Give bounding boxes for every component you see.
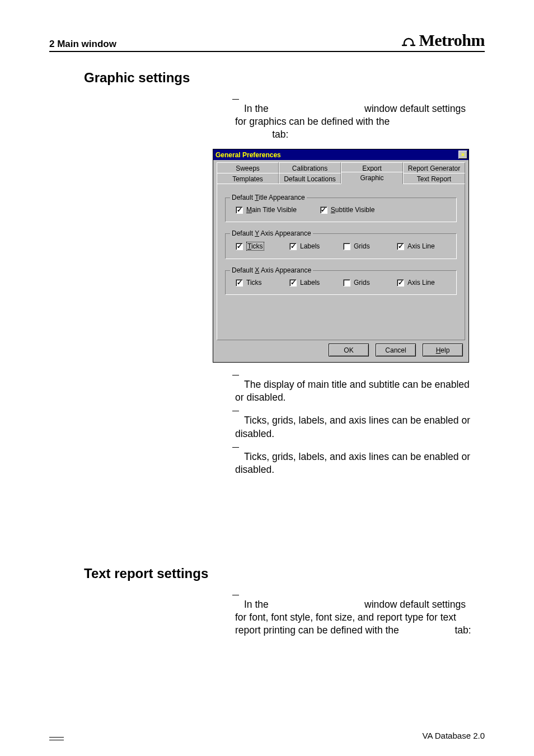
group-legend-title: Default Title Appearance: [230, 194, 307, 201]
group-y-axis-appearance: Default Y Axis Appearance Ticks Labels: [225, 233, 457, 259]
help-button[interactable]: Help: [423, 344, 463, 356]
checkbox-y-axisline[interactable]: Axis Line: [397, 242, 451, 251]
group-legend-y: Default Y Axis Appearance: [230, 229, 313, 237]
section2-title: Text report settings: [84, 566, 485, 581]
omega-icon: [401, 34, 416, 46]
checkbox-x-axisline[interactable]: Axis Line: [397, 279, 451, 287]
tab-templates[interactable]: Templates: [217, 173, 279, 184]
checkbox-icon: [289, 243, 297, 250]
section1-intro: In the General Preferences window defaul…: [235, 102, 477, 141]
tab-report-generator[interactable]: Report Generator: [403, 162, 465, 173]
cancel-button[interactable]: Cancel: [376, 344, 416, 356]
tab-default-locations[interactable]: Default Locations: [279, 173, 341, 184]
checkbox-x-labels[interactable]: Labels: [289, 279, 343, 287]
page-number-lines: [49, 737, 64, 740]
checkbox-icon: [236, 279, 243, 287]
checkbox-y-labels[interactable]: Labels: [289, 242, 343, 251]
checkbox-icon: [236, 243, 243, 250]
group-title-appearance: Default Title Appearance Main Title Visi…: [225, 198, 457, 222]
desc-y-axis: Ticks, grids, labels, and axis lines can…: [235, 414, 477, 440]
group-legend-x: Default X Axis Appearance: [230, 266, 313, 274]
desc-title-appearance: The display of main title and subtitle c…: [235, 378, 477, 404]
page-header: 2 Main window Metrohm: [49, 31, 485, 52]
checkbox-subtitle-visible[interactable]: Subtitle Visible: [320, 206, 375, 214]
checkbox-icon: [343, 243, 350, 250]
checkbox-icon: [320, 206, 327, 214]
checkbox-icon: [343, 279, 350, 287]
checkbox-y-grids[interactable]: Grids: [343, 242, 397, 251]
tab-graphic[interactable]: Graphic: [341, 172, 403, 184]
page-footer: VA Database 2.0: [49, 731, 485, 740]
group-x-axis-appearance: Default X Axis Appearance Ticks Labels: [225, 270, 457, 295]
checkbox-y-ticks[interactable]: Ticks: [236, 242, 289, 251]
dialog-buttons: OK Cancel Help: [213, 341, 469, 362]
tab-text-report[interactable]: Text Report: [403, 173, 465, 184]
chapter-label: 2 Main window: [49, 39, 116, 50]
general-preferences-dialog: General Preferences × Sweeps Calibration…: [213, 149, 469, 363]
checkbox-icon: [289, 279, 297, 287]
tab-calibrations[interactable]: Calibrations: [279, 162, 341, 173]
dialog-title: General Preferences: [216, 151, 281, 159]
checkbox-icon: [236, 206, 243, 214]
desc-x-axis: Ticks, grids, labels, and axis lines can…: [235, 450, 477, 476]
checkbox-icon: [397, 243, 404, 250]
footer-text: VA Database 2.0: [423, 731, 485, 740]
ok-button[interactable]: OK: [329, 344, 369, 356]
section1-title: Graphic settings: [84, 70, 485, 86]
dialog-titlebar: General Preferences ×: [213, 149, 469, 160]
section2-intro: In the General Preferences window defaul…: [235, 598, 477, 637]
checkbox-x-grids[interactable]: Grids: [343, 279, 397, 287]
brand-logo: Metrohm: [401, 31, 485, 50]
checkbox-x-ticks[interactable]: Ticks: [236, 279, 289, 287]
tab-content-graphic: Default Title Appearance Main Title Visi…: [217, 184, 465, 340]
tab-sweeps[interactable]: Sweeps: [217, 162, 279, 173]
checkbox-icon: [397, 279, 404, 287]
checkbox-main-title-visible[interactable]: Main Title Visible: [236, 206, 297, 214]
close-icon[interactable]: ×: [458, 151, 467, 159]
